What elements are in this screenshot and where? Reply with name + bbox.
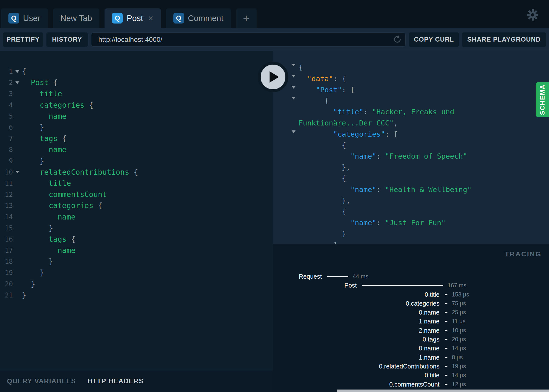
fold-arrow-icon[interactable] bbox=[13, 171, 22, 173]
fold-arrow-icon[interactable] bbox=[13, 216, 22, 218]
new-tab-button[interactable]: + bbox=[236, 8, 257, 28]
fold-arrow-icon[interactable] bbox=[13, 104, 22, 106]
history-button[interactable]: HISTORY bbox=[46, 32, 88, 47]
line-number: 8 bbox=[0, 146, 13, 153]
fold-arrow-icon[interactable] bbox=[13, 294, 22, 296]
fold-arrow-icon[interactable] bbox=[13, 238, 22, 240]
tracing-row-label: 0.name bbox=[273, 344, 439, 353]
tab-query-variables[interactable]: QUERY VARIABLES bbox=[7, 377, 76, 385]
fold-arrow-icon[interactable] bbox=[13, 160, 22, 162]
fold-arrow-icon[interactable] bbox=[13, 193, 22, 196]
tracing-row-value: 14 µs bbox=[452, 371, 466, 380]
query-editor[interactable]: 1 { 2 Post { 3 title 4 categories { 5 na… bbox=[0, 51, 273, 370]
line-number: 16 bbox=[0, 235, 13, 243]
query-line-code: } bbox=[22, 280, 35, 288]
share-playground-button[interactable]: SHARE PLAYGROUND bbox=[462, 32, 546, 47]
fold-arrow-icon[interactable] bbox=[13, 148, 22, 151]
fold-arrow-icon[interactable] bbox=[13, 204, 22, 207]
tracing-duration-bar bbox=[445, 339, 447, 340]
endpoint-url-input[interactable] bbox=[91, 32, 406, 47]
close-tab-icon[interactable]: × bbox=[148, 14, 153, 23]
response-line-code: { bbox=[299, 140, 346, 151]
tracing-row: 0.relatedContributions 19 µs bbox=[273, 362, 549, 371]
query-editor-line: 18 } bbox=[0, 256, 273, 267]
tracing-row-value: 14 µs bbox=[452, 344, 466, 353]
tracing-row-value: 44 ms bbox=[353, 272, 368, 281]
fold-arrow-icon[interactable] bbox=[13, 249, 22, 252]
tracing-row-value: 25 µs bbox=[452, 308, 466, 317]
tab-bar: Q User New Tab Q Post × Q Comment + bbox=[0, 0, 549, 28]
query-line-code: categories { bbox=[22, 201, 102, 210]
fold-arrow-icon[interactable] bbox=[13, 260, 22, 263]
query-line-code: Post { bbox=[22, 78, 58, 87]
line-number: 14 bbox=[0, 213, 13, 221]
response-line-code: ] bbox=[299, 240, 337, 244]
response-line: { bbox=[273, 173, 549, 184]
horizontal-scrollbar[interactable] bbox=[337, 390, 549, 392]
query-line-code: } bbox=[22, 291, 26, 299]
fold-arrow-icon[interactable] bbox=[13, 283, 22, 285]
fold-arrow-icon[interactable] bbox=[13, 126, 22, 129]
query-editor-line: 17 name bbox=[0, 245, 273, 256]
settings-gear-icon[interactable] bbox=[527, 9, 539, 21]
fold-arrow-icon[interactable] bbox=[13, 70, 22, 73]
query-editor-line: 21 } bbox=[0, 290, 273, 301]
fold-arrow-icon[interactable] bbox=[13, 115, 22, 117]
query-editor-line: 5 name bbox=[0, 111, 273, 122]
response-line-code: { bbox=[299, 62, 303, 73]
tab-label: Post bbox=[127, 14, 143, 23]
tracing-row: 0.categories 75 µs bbox=[273, 299, 549, 308]
line-number: 18 bbox=[0, 258, 13, 265]
tracing-row-value: 20 µs bbox=[452, 335, 466, 344]
tracing-duration-bar bbox=[445, 312, 447, 313]
tracing-row: 0.title 153 µs bbox=[273, 290, 549, 299]
fold-arrow-icon[interactable] bbox=[13, 227, 22, 229]
fold-arrow-icon[interactable] bbox=[13, 81, 22, 84]
tracing-duration-bar bbox=[445, 303, 447, 304]
prettify-button[interactable]: PRETTIFY bbox=[3, 32, 43, 47]
fold-arrow-icon[interactable] bbox=[13, 93, 22, 95]
tracing-row-value: 8 µs bbox=[452, 353, 463, 362]
query-editor-line: 11 title bbox=[0, 178, 273, 189]
query-editor-line: 10 relatedContributions { bbox=[0, 167, 273, 178]
tab-http-headers[interactable]: HTTP HEADERS bbox=[87, 377, 144, 385]
response-line: "title": "Hacker, Freaks und bbox=[273, 106, 549, 118]
fold-arrow-icon[interactable] bbox=[13, 271, 22, 274]
schema-side-tab-label: SCHEMA bbox=[539, 84, 546, 115]
schema-side-tab[interactable]: SCHEMA bbox=[536, 82, 549, 117]
tab-user[interactable]: Q User bbox=[1, 8, 48, 28]
response-line-code: "Post": [ bbox=[299, 84, 355, 96]
query-line-code: { bbox=[22, 67, 26, 76]
tab-label: New Tab bbox=[60, 14, 92, 23]
tracing-duration-bar bbox=[445, 357, 447, 358]
tab-new-tab[interactable]: New Tab bbox=[53, 8, 100, 28]
response-line-code: } bbox=[299, 228, 346, 240]
tab-post[interactable]: Q Post × bbox=[105, 8, 161, 28]
query-line-code: commentsCount bbox=[22, 190, 107, 199]
response-line-code: { bbox=[299, 206, 346, 217]
line-number: 9 bbox=[0, 157, 13, 165]
query-line-code: title bbox=[22, 179, 71, 188]
response-line: { bbox=[273, 206, 549, 217]
copy-curl-button[interactable]: COPY CURL bbox=[409, 32, 459, 47]
tracing-duration-bar bbox=[445, 366, 447, 367]
tracing-row-label: 0.categories bbox=[273, 299, 439, 308]
line-number: 5 bbox=[0, 112, 13, 120]
tracing-row: Post 167 ms bbox=[273, 281, 549, 290]
tab-comment[interactable]: Q Comment bbox=[166, 8, 231, 28]
tracing-row-label: 0.title bbox=[273, 371, 439, 380]
response-line: "name": "Health & Wellbeing" bbox=[273, 184, 549, 195]
fold-arrow-icon[interactable] bbox=[13, 137, 22, 140]
tracing-row-label: 1.name bbox=[273, 353, 439, 362]
execute-query-button[interactable] bbox=[258, 62, 288, 92]
response-line-code: "name": "Health & Wellbeing" bbox=[299, 184, 471, 195]
fold-arrow-icon[interactable] bbox=[13, 182, 22, 184]
refresh-icon[interactable] bbox=[393, 35, 402, 44]
response-line: "data": { bbox=[273, 73, 549, 84]
line-number: 4 bbox=[0, 101, 13, 109]
tracing-row-label: 0.commentsCount bbox=[273, 380, 439, 389]
response-lines: { "data": { "Post": [ { "title": "Hacker… bbox=[273, 51, 549, 244]
tracing-row-value: 12 µs bbox=[452, 380, 466, 389]
response-line: { bbox=[273, 140, 549, 151]
line-number: 6 bbox=[0, 123, 13, 131]
